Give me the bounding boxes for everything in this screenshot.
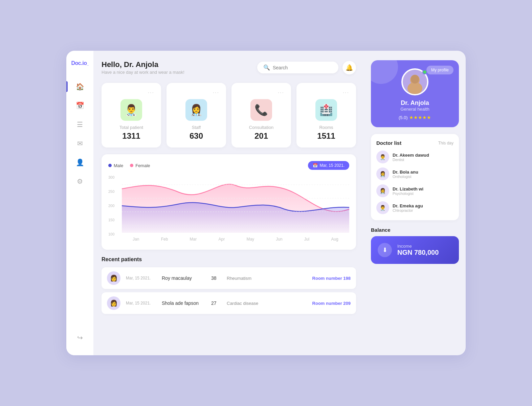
doctor-list-card: Doctor list This day 👨‍⚕️ Dr. Akeem dawu… <box>371 134 459 220</box>
avatar: 👩 <box>107 296 120 310</box>
greeting-subtitle: Have a nice day at work and wear a mask! <box>102 70 184 75</box>
stat-label-rooms: Rooms <box>319 125 333 130</box>
table-row: 👩 Mar, 15 2021. Roy macaulay 38 Rheumati… <box>102 267 356 289</box>
main-content: Hello, Dr. Anjola Have a nice day at wor… <box>93 51 364 355</box>
avatar: 👩 <box>107 271 120 285</box>
doctor-list-title: Doctor list <box>376 140 401 146</box>
doctor-role: Dentist <box>393 158 429 162</box>
doctor-role: Onthologist <box>393 175 418 179</box>
bell-icon: 🔔 <box>346 64 353 71</box>
calendar-small-icon: 📅 <box>313 163 318 168</box>
list-icon: ☰ <box>77 120 83 129</box>
logout-icon: ↪ <box>77 334 83 342</box>
chart-date-badge: 📅 Mar, 15 2021. <box>308 161 349 170</box>
right-column: My profile Dr. Anjola General health (5.… <box>364 51 466 355</box>
sidebar-item-user[interactable]: 👤 <box>72 154 88 171</box>
greeting-block: Hello, Dr. Anjola Have a nice day at wor… <box>102 60 184 75</box>
logo-text: Doc.io <box>71 60 87 66</box>
table-row: 👩 Mar, 15 2021. Shola ade fapson 27 Card… <box>102 292 356 314</box>
stat-icon-staff: 👩‍⚕️ <box>185 99 207 121</box>
sidebar-item-home[interactable]: 🏠 <box>72 78 88 95</box>
patient-condition: Rheumatism <box>227 276 298 281</box>
chart-legend: Male Female <box>108 163 150 168</box>
search-bar[interactable]: 🔍 <box>257 62 338 73</box>
user-icon: 👤 <box>76 158 84 166</box>
stat-label-consultation: Consultation <box>249 125 273 130</box>
balance-label: Income <box>397 244 439 249</box>
stat-dots-4: ··· <box>343 90 349 96</box>
search-input[interactable] <box>273 65 332 70</box>
sidebar-item-calendar[interactable]: 📅 <box>72 97 88 114</box>
logo: Doc.io_ <box>71 60 89 66</box>
stat-label-patients: Total patient <box>119 125 143 130</box>
settings-icon: ⚙ <box>77 177 83 185</box>
calendar-icon: 📅 <box>76 102 84 110</box>
sidebar: Doc.io_ 🏠 📅 ☰ ✉ 👤 ⚙ ↪ <box>66 51 93 355</box>
sidebar-item-mail[interactable]: ✉ <box>72 135 88 152</box>
balance-title: Balance <box>371 227 459 233</box>
doctor-role: Chlropractor <box>393 208 423 212</box>
chart-x-labels: Jan Feb Mar Apr May Jun Jul Aug <box>108 237 349 242</box>
legend-female: Female <box>130 163 150 168</box>
header-right: 🔍 🔔 <box>257 61 356 74</box>
legend-dot-male <box>108 164 112 167</box>
legend-label-male: Male <box>114 163 123 168</box>
legend-label-female: Female <box>135 163 150 168</box>
balance-info: Income NGN 780,000 <box>397 244 439 256</box>
chart-date-text: Mar, 15 2021. <box>320 163 345 168</box>
stat-card-staff: ··· 👩‍⚕️ Staff 630 <box>167 83 226 148</box>
search-icon: 🔍 <box>263 64 270 71</box>
legend-dot-female <box>130 164 133 167</box>
stat-icon-consultation: 📞 <box>250 99 272 121</box>
balance-card: ⬇ Income NGN 780,000 <box>371 236 459 264</box>
profile-avatar-wrapper <box>401 68 428 95</box>
patient-room[interactable]: Room number 209 <box>303 301 351 306</box>
profile-role: General health <box>378 107 452 112</box>
profile-rating-text: (5.0) <box>399 115 408 120</box>
list-item: 👨‍⚕️ Dr. Emeka agu Chlropractor <box>376 201 453 214</box>
patient-age: 38 <box>211 275 221 281</box>
patient-date: Mar, 15 2021. <box>126 276 156 280</box>
stat-card-patients: ··· 👨‍⚕️ Total patient 1311 <box>102 83 161 148</box>
doctor-avatar: 👨‍⚕️ <box>376 201 389 214</box>
doctor-avatar: 👨‍⚕️ <box>376 151 389 163</box>
doctor-name: Dr. Emeka agu <box>393 203 423 208</box>
stat-value-staff: 630 <box>190 131 203 141</box>
profile-stars: ★★★★★ <box>409 115 431 120</box>
balance-section: Balance ⬇ Income NGN 780,000 <box>371 227 459 264</box>
chart-card: Male Female 📅 Mar, 15 2021. 300 250 200 <box>102 154 356 250</box>
my-profile-button[interactable]: My profile <box>426 66 453 74</box>
chart-area: 300 250 200 150 100 <box>108 175 349 243</box>
doctor-list-day: This day <box>438 141 453 145</box>
sidebar-item-settings[interactable]: ⚙ <box>72 173 88 189</box>
list-item: 👩‍⚕️ Dr. Lizabeth wi Psychologist <box>376 184 453 197</box>
notification-bell-button[interactable]: 🔔 <box>342 61 356 74</box>
profile-rating: (5.0) ★★★★★ <box>378 114 452 120</box>
stat-value-rooms: 1511 <box>317 131 335 141</box>
chart-y-labels: 300 250 200 150 100 <box>108 175 117 243</box>
online-indicator <box>422 70 427 74</box>
doctor-avatar: 👩‍⚕️ <box>376 167 389 180</box>
patient-name: Shola ade fapson <box>162 300 206 306</box>
income-icon: ⬇ <box>378 243 392 257</box>
chart-header: Male Female 📅 Mar, 15 2021. <box>108 161 349 170</box>
stat-value-patients: 1311 <box>122 131 140 141</box>
stat-card-consultation: ··· 📞 Consultation 201 <box>231 83 291 148</box>
chart-svg <box>122 175 349 233</box>
sidebar-item-logout[interactable]: ↪ <box>72 330 88 346</box>
doctor-name: Dr. Akeem dawud <box>393 153 429 158</box>
logo-dot: _ <box>87 62 88 66</box>
stat-icon-rooms: 🏥 <box>315 99 337 121</box>
patient-date: Mar, 15 2021. <box>126 301 156 306</box>
patient-condition: Cardiac disease <box>227 301 298 306</box>
stat-icon-patients: 👨‍⚕️ <box>120 99 142 121</box>
sidebar-item-list[interactable]: ☰ <box>72 116 88 133</box>
recent-patients-title: Recent patients <box>102 256 356 263</box>
home-icon: 🏠 <box>76 83 84 91</box>
recent-patients-section: Recent patients 👩 Mar, 15 2021. Roy maca… <box>102 256 356 314</box>
doctor-info: Dr. Akeem dawud Dentist <box>393 153 429 162</box>
list-item: 👩‍⚕️ Dr. Bola anu Onthologist <box>376 167 453 180</box>
patient-room[interactable]: Room number 198 <box>303 276 351 281</box>
doctor-name: Dr. Bola anu <box>393 170 418 175</box>
stat-card-rooms: ··· 🏥 Rooms 1511 <box>296 83 356 148</box>
